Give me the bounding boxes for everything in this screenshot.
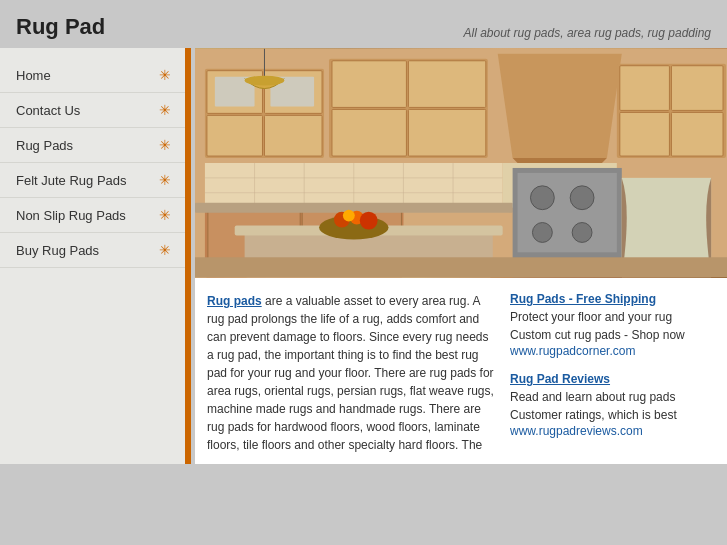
side-link-url-reviews[interactable]: www.rugpadreviews.com <box>510 424 715 438</box>
nav-star-icon: ✳ <box>159 67 171 83</box>
nav-star-icon: ✳ <box>159 242 171 258</box>
svg-point-44 <box>532 223 552 243</box>
side-link-title-reviews[interactable]: Rug Pad Reviews <box>510 372 715 386</box>
sidebar-item-label: Contact Us <box>16 103 80 118</box>
sidebar-item-buy-rug-pads[interactable]: Buy Rug Pads✳ <box>0 233 185 268</box>
sidebar-item-label: Non Slip Rug Pads <box>16 208 126 223</box>
nav-star-icon: ✳ <box>159 102 171 118</box>
header: Rug Pad All about rug pads, area rug pad… <box>0 0 727 48</box>
sidebar-item-label: Rug Pads <box>16 138 73 153</box>
nav-star-icon: ✳ <box>159 172 171 188</box>
side-links-block: Rug Pads - Free ShippingProtect your flo… <box>510 292 715 454</box>
svg-point-47 <box>245 76 285 86</box>
svg-rect-16 <box>620 66 670 111</box>
svg-rect-17 <box>671 66 723 111</box>
svg-rect-41 <box>518 173 617 252</box>
svg-point-43 <box>570 186 594 210</box>
site-subtitle: All about rug pads, area rug pads, rug p… <box>463 26 711 40</box>
svg-point-39 <box>343 210 355 222</box>
sidebar-item-label: Home <box>16 68 51 83</box>
side-link-text-line-1: Custom cut rug pads - Shop now <box>510 326 715 344</box>
svg-point-38 <box>360 212 378 230</box>
rug-pads-link[interactable]: Rug pads <box>207 294 262 308</box>
sidebar-item-contact-us[interactable]: Contact Us✳ <box>0 93 185 128</box>
svg-rect-10 <box>408 61 485 108</box>
side-link-text-line-0: Protect your floor and your rug <box>510 308 715 326</box>
main-paragraph: Rug pads are a valuable asset to every a… <box>207 292 494 454</box>
sidebar: Home✳Contact Us✳Rug Pads✳Felt Jute Rug P… <box>0 48 185 464</box>
site-title: Rug Pad <box>16 14 105 40</box>
svg-marker-13 <box>498 54 622 158</box>
hero-image <box>195 48 727 278</box>
nav-star-icon: ✳ <box>159 207 171 223</box>
side-link-reviews: Rug Pad ReviewsRead and learn about rug … <box>510 372 715 438</box>
content-area: Rug pads are a valuable asset to every a… <box>195 48 727 464</box>
svg-rect-12 <box>408 109 485 156</box>
sidebar-item-label: Felt Jute Rug Pads <box>16 173 127 188</box>
orange-accent-strip <box>185 48 191 464</box>
svg-point-45 <box>572 223 592 243</box>
svg-rect-19 <box>671 112 723 156</box>
side-link-text-line-1: Customer ratings, which is best <box>510 406 715 424</box>
svg-point-42 <box>530 186 554 210</box>
page-wrapper: Rug Pad All about rug pads, area rug pad… <box>0 0 727 464</box>
sidebar-item-label: Buy Rug Pads <box>16 243 99 258</box>
main-layout: Home✳Contact Us✳Rug Pads✳Felt Jute Rug P… <box>0 48 727 464</box>
side-link-free-shipping: Rug Pads - Free ShippingProtect your flo… <box>510 292 715 358</box>
sidebar-item-non-slip[interactable]: Non Slip Rug Pads✳ <box>0 198 185 233</box>
main-text-body: are a valuable asset to every area rug. … <box>207 294 494 452</box>
nav-star-icon: ✳ <box>159 137 171 153</box>
side-link-text-line-0: Read and learn about rug pads <box>510 388 715 406</box>
svg-rect-32 <box>195 203 513 213</box>
svg-rect-11 <box>332 109 406 156</box>
svg-rect-4 <box>207 115 263 156</box>
sidebar-item-felt-jute[interactable]: Felt Jute Rug Pads✳ <box>0 163 185 198</box>
text-section: Rug pads are a valuable asset to every a… <box>195 278 727 464</box>
svg-rect-9 <box>332 61 406 108</box>
svg-rect-50 <box>195 257 727 277</box>
sidebar-item-rug-pads[interactable]: Rug Pads✳ <box>0 128 185 163</box>
main-text-block: Rug pads are a valuable asset to every a… <box>207 292 494 454</box>
sidebar-item-home[interactable]: Home✳ <box>0 58 185 93</box>
kitchen-illustration <box>195 48 727 278</box>
svg-rect-18 <box>620 112 670 156</box>
side-link-title-free-shipping[interactable]: Rug Pads - Free Shipping <box>510 292 715 306</box>
side-link-url-free-shipping[interactable]: www.rugpadcorner.com <box>510 344 715 358</box>
svg-rect-5 <box>264 115 322 156</box>
